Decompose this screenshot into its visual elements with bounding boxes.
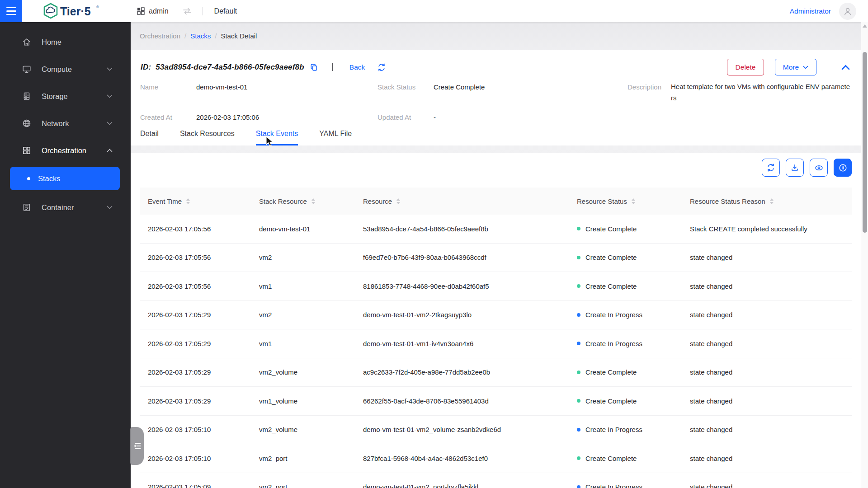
chevron-up-icon [107,149,113,152]
topbar-divider [202,7,203,15]
stack-resource-cell: vm2_volume [251,358,355,387]
scroll-up-arrow-icon[interactable] [863,24,867,28]
stack-events-panel: Event Time Stack Resource Resource Resou… [131,153,861,488]
tab-detail[interactable]: Detail [140,130,159,145]
active-bullet-icon [27,177,30,180]
sidebar-item-orchestration[interactable]: Orchestration [0,140,131,161]
resource-status-cell: Create In Progress [569,473,682,488]
delete-button[interactable]: Delete [727,59,764,75]
tab-stack-resources[interactable]: Stack Resources [180,130,235,145]
avatar[interactable] [839,3,856,20]
brand-logo-icon: Tier·5 ® [43,3,114,20]
drawer-handle[interactable] [130,427,144,465]
sort-icon[interactable] [396,198,400,204]
status-dot-icon [577,399,580,403]
column-header-resource-status[interactable]: Resource Status [569,188,682,215]
table-body: 2026-02-03 17:05:56demo-vm-test-0153ad89… [131,215,861,488]
table-row: 2026-02-03 17:05:10vm2_port827bfca1-5968… [140,444,852,473]
status-text: Create In Progress [585,426,642,433]
status-dot-icon [577,284,580,288]
orchestration-grid-icon [22,145,32,155]
sort-icon[interactable] [770,198,774,204]
more-button[interactable]: More [775,59,816,75]
sidebar-item-label: Home [42,38,61,47]
event-time-cell: 2026-02-03 17:05:09 [140,473,251,488]
status-text: Create Complete [585,253,637,261]
table-toolbar [131,153,861,177]
refresh-icon [766,163,775,172]
menu-toggle-button[interactable] [0,0,22,22]
status-reason-cell: state changed [682,272,852,300]
svg-text:Tier·5: Tier·5 [60,5,91,17]
sort-icon[interactable] [311,198,315,204]
sidebar-subitem-label: Stacks [38,174,61,183]
administrator-menu[interactable]: Administrator [790,7,831,15]
table-row: 2026-02-03 17:05:56vm181861853-7748-4468… [140,272,852,301]
status-dot-icon [577,371,580,374]
status-reason-cell: state changed [682,301,852,329]
resource-cell: 53ad8954-dce7-4a54-b866-05fec9aeef8b [355,215,569,243]
status-reason-cell: Stack CREATE completed successfully [682,215,852,243]
collapse-detail-button[interactable] [841,65,850,70]
resource-cell: f69ed7e0-b7b6-43f9-80aa-b0643968ccdf [355,244,569,272]
compute-icon [22,64,32,74]
sidebar-item-compute[interactable]: Compute [0,58,131,80]
status-reason-cell: state changed [682,473,852,488]
switch-project-button[interactable] [182,8,192,15]
event-time-cell: 2026-02-03 17:05:10 [140,444,251,473]
sort-icon[interactable] [632,198,635,204]
chevron-up-icon [841,65,850,70]
back-button[interactable]: Back [349,63,365,71]
tab-stack-events[interactable]: Stack Events [256,130,298,145]
user-icon [842,6,853,17]
project-switcher[interactable]: admin [137,7,169,15]
vertical-scrollbar[interactable] [861,22,868,488]
status-reason-cell: state changed [682,416,852,444]
sort-icon[interactable] [186,198,190,204]
sidebar-item-stacks[interactable]: Stacks [10,167,120,190]
sidebar-item-container[interactable]: Container [0,197,131,218]
show-hide-columns-button[interactable] [810,159,828,177]
sidebar-item-label: Network [42,119,69,128]
tab-yaml-file[interactable]: YAML File [319,130,352,145]
breadcrumb-orchestration: Orchestration [140,32,180,40]
brand-logo[interactable]: Tier·5 ® [43,3,114,20]
status-text: Create Complete [585,368,637,376]
network-globe-icon [22,118,32,128]
sidebar-item-network[interactable]: Network [0,113,131,134]
status-dot-icon [577,313,580,317]
stack-resource-cell: vm1 [251,329,355,358]
collapse-list-icon [133,442,141,450]
resource-cell: 827bfca1-5968-40b4-a4ac-4862d53c1ef0 [355,444,569,473]
refresh-detail-button[interactable] [377,63,386,72]
column-header-resource-status-reason[interactable]: Resource Status Reason [682,188,852,215]
stack-resource-cell: vm2 [251,244,355,272]
event-time-cell: 2026-02-03 17:05:29 [140,358,251,387]
resource-status-cell: Create Complete [569,387,682,415]
status-dot-icon [577,227,580,230]
sidebar: Home Compute Storage [0,22,131,488]
download-button[interactable] [786,159,804,177]
column-header-event-time[interactable]: Event Time [140,188,251,215]
container-icon [22,202,32,212]
hamburger-icon [6,7,16,9]
status-reason-cell: state changed [682,244,852,272]
resource-status-cell: Create In Progress [569,416,682,444]
field-updated-at: Updated At - [377,113,411,122]
field-name: Name demo-vm-test-01 [140,83,158,92]
column-header-resource[interactable]: Resource [355,188,569,215]
svg-text:®: ® [96,5,99,9]
sidebar-item-home[interactable]: Home [0,31,131,53]
event-time-cell: 2026-02-03 17:05:56 [140,272,251,300]
copy-id-button[interactable] [310,63,318,71]
column-header-stack-resource[interactable]: Stack Resource [251,188,355,215]
field-stack-status: Stack Status Create Complete [377,83,415,92]
resource-cell: demo-vm-test-01-vm2_volume-zsanb2vdke6d [355,416,569,444]
refresh-table-button[interactable] [762,159,780,177]
pause-auto-refresh-button[interactable] [834,159,852,177]
sidebar-item-storage[interactable]: Storage [0,85,131,107]
event-time-cell: 2026-02-03 17:05:56 [140,215,251,243]
breadcrumb-stacks-link[interactable]: Stacks [190,32,211,40]
storage-icon [22,91,32,101]
scrollbar-thumb[interactable] [863,52,867,233]
